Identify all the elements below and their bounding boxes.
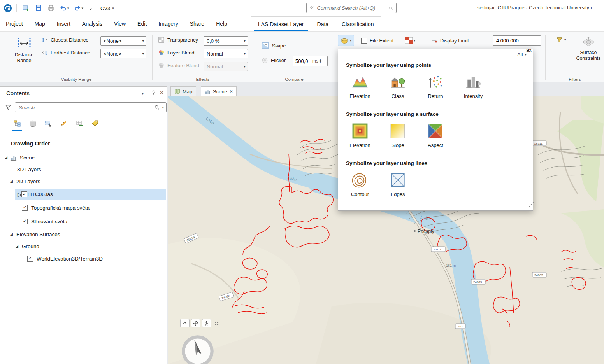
- transparency-select[interactable]: 0,0 % ▾: [204, 36, 248, 46]
- tree-item-label: 3D Layers: [17, 166, 41, 172]
- close-tab-icon[interactable]: ×: [230, 88, 233, 94]
- farthest-distance-select[interactable]: <None> ▾: [100, 49, 146, 58]
- print-button[interactable]: [46, 3, 56, 13]
- spinner-down-icon[interactable]: ▾: [320, 61, 321, 63]
- tree-item-world-elevation[interactable]: ✓ WorldElevation3D/Terrain3D: [0, 253, 166, 264]
- symbology-option-slope[interactable]: Slope: [378, 123, 417, 148]
- display-limit-input[interactable]: [493, 36, 541, 45]
- surface-constraints-button[interactable]: Surface Constraints: [574, 33, 602, 61]
- view-tab-scene[interactable]: Scene ×: [201, 86, 237, 96]
- tree-item-scene[interactable]: ◢ Scene: [0, 152, 166, 163]
- file-extent-checkbox-row[interactable]: File Extent: [361, 38, 393, 44]
- symbology-option-return[interactable]: Return: [416, 74, 455, 99]
- ground-navigation-button[interactable]: [202, 319, 211, 327]
- project-name-menu[interactable]: CV3 ▾: [100, 5, 114, 11]
- tab-data[interactable]: Data: [311, 17, 335, 31]
- tree-item-2d-layers[interactable]: ◢ 2D Layers: [0, 176, 166, 187]
- list-by-drawing-order-button[interactable]: [12, 119, 23, 129]
- undo-button[interactable]: ▾: [58, 4, 71, 13]
- chevron-down-icon: ▾: [241, 65, 246, 68]
- symbology-option-contour[interactable]: Contour: [341, 172, 379, 197]
- command-search[interactable]: [306, 3, 397, 13]
- ribbon-tab-bar: Project Map Insert Analysis View Edit Im…: [0, 16, 604, 31]
- symbology-option-aspect[interactable]: Aspect: [416, 123, 455, 148]
- layer-checkbox[interactable]: ✓: [22, 205, 28, 211]
- expand-nav-button[interactable]: [180, 319, 190, 327]
- display-limit-field[interactable]: [493, 35, 541, 46]
- tab-analysis[interactable]: Analysis: [76, 16, 108, 31]
- compass-control[interactable]: [181, 334, 215, 364]
- symbology-all-filter-dropdown[interactable]: All ▾: [517, 52, 527, 58]
- tab-project[interactable]: Project: [0, 16, 29, 31]
- tab-insert[interactable]: Insert: [51, 16, 76, 31]
- pan-tool-button[interactable]: [191, 319, 200, 327]
- filter-dropdown-button[interactable]: ▾: [553, 35, 569, 45]
- list-by-data-source-button[interactable]: [27, 119, 38, 129]
- flicker-duration-spinner[interactable]: ms ▴ ▾: [293, 56, 328, 66]
- nav-overflow-dots[interactable]: [215, 322, 216, 323]
- command-search-input[interactable]: [317, 5, 386, 11]
- list-by-snapping-button[interactable]: [74, 119, 85, 129]
- expander-icon[interactable]: ◢: [10, 232, 16, 236]
- symbology-option-edges[interactable]: Edges: [378, 172, 417, 197]
- pin-icon[interactable]: [151, 90, 156, 96]
- expander-icon[interactable]: ◢: [5, 156, 10, 159]
- distance-range-button[interactable]: Distance Range: [9, 34, 40, 64]
- add-data-button[interactable]: [21, 3, 32, 13]
- chevron-down-icon: ▾: [241, 39, 246, 43]
- all-filter-value: All: [517, 52, 523, 58]
- tab-view[interactable]: View: [108, 16, 132, 31]
- expander-icon[interactable]: ◢: [16, 244, 21, 248]
- pane-options-chevron-icon[interactable]: ▾: [142, 92, 144, 96]
- contents-search-input[interactable]: [19, 105, 152, 110]
- resize-grip[interactable]: [529, 206, 530, 207]
- contents-search[interactable]: ▾: [15, 102, 167, 112]
- tree-item-ground[interactable]: ◢ Ground: [0, 241, 166, 252]
- tree-item-3d-layers[interactable]: 3D Layers: [0, 164, 166, 175]
- file-extent-checkbox[interactable]: [361, 38, 367, 44]
- symbology-option-intensity[interactable]: Intensity: [454, 74, 493, 99]
- tree-item-hillshade[interactable]: ✓ Stínování světa: [0, 216, 166, 227]
- list-by-selection-button[interactable]: [43, 119, 54, 129]
- chevron-down-icon[interactable]: ▾: [162, 106, 164, 109]
- tree-item-elevation-surfaces[interactable]: ◢ Elevation Surfaces: [0, 229, 166, 240]
- close-icon[interactable]: ×: [160, 89, 163, 96]
- farthest-distance-label: Farthest Distance: [51, 50, 90, 56]
- tab-share[interactable]: Share: [184, 16, 210, 31]
- symbology-option-elevation-points[interactable]: Elevation: [341, 74, 379, 99]
- list-by-editing-button[interactable]: [58, 119, 69, 129]
- flicker-duration-input[interactable]: [295, 58, 311, 64]
- save-project-button[interactable]: [33, 3, 44, 13]
- redo-button[interactable]: ▾: [72, 4, 85, 13]
- spinner-arrows[interactable]: ▴ ▾: [320, 59, 321, 63]
- layer-checkbox[interactable]: ✓: [21, 191, 27, 197]
- list-by-labeling-button[interactable]: [90, 119, 100, 129]
- closest-distance-select[interactable]: <None> ▾: [100, 36, 146, 46]
- swipe-button[interactable]: Swipe: [262, 42, 286, 49]
- tab-las-dataset-layer[interactable]: LAS Dataset Layer: [251, 17, 311, 31]
- tab-classification[interactable]: Classification: [335, 17, 380, 31]
- view-tab-map[interactable]: Map: [170, 86, 196, 96]
- filters-group-label: Filters: [546, 77, 604, 82]
- layer-blend-select[interactable]: Normal ▾: [204, 49, 248, 58]
- tree-item-litc06-selected[interactable]: ▷ ✓ LITC06.las: [15, 189, 166, 200]
- symbology-dropdown-button[interactable]: ▾: [338, 35, 354, 46]
- tab-map[interactable]: Map: [29, 16, 51, 31]
- tab-imagery[interactable]: Imagery: [153, 16, 184, 31]
- layer-checkbox[interactable]: ✓: [27, 256, 33, 262]
- symbology-option-class[interactable]: Class: [378, 74, 417, 99]
- tree-item-topo-map[interactable]: ✓ Topografická mapa světa: [0, 202, 166, 213]
- expander-icon[interactable]: ◢: [10, 179, 16, 183]
- customize-quick-access-button[interactable]: [86, 4, 95, 12]
- signed-in-account[interactable]: sedinjar_CTUPrague - Czech Technical Uni…: [477, 5, 602, 10]
- swipe-label: Swipe: [272, 43, 286, 49]
- titlebar-divider: [16, 4, 17, 12]
- labeling-tag-icon: [91, 119, 99, 128]
- layer-checkbox[interactable]: ✓: [22, 219, 28, 224]
- filter-contents-icon[interactable]: [5, 104, 12, 111]
- symbology-option-elevation-surface[interactable]: Elevation: [341, 123, 379, 148]
- tab-help[interactable]: Help: [210, 16, 233, 31]
- expander-icon[interactable]: ▷: [18, 191, 21, 198]
- tab-edit[interactable]: Edit: [132, 16, 153, 31]
- extent-color-swatch-dropdown[interactable]: ▾: [402, 36, 418, 45]
